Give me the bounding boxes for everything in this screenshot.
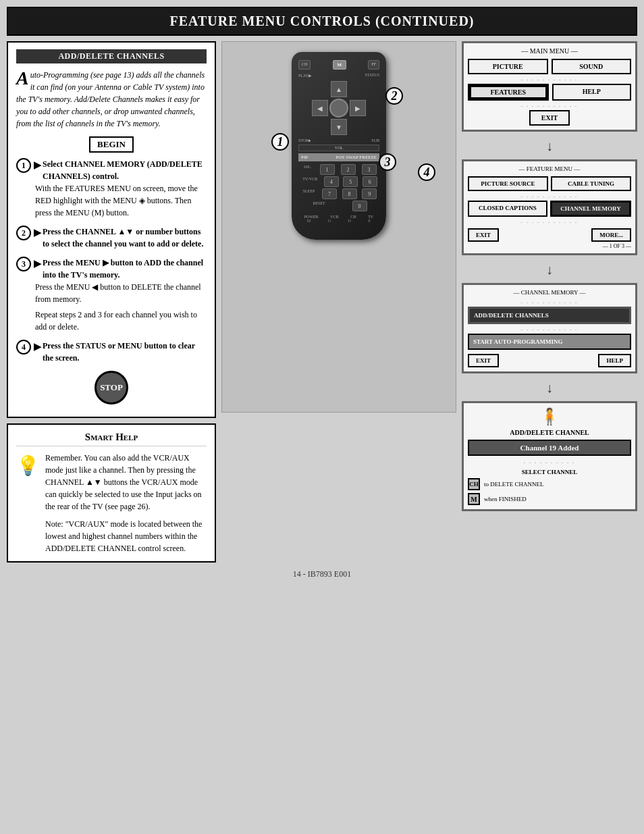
remote-m-label: M — [307, 219, 311, 223]
remote-nav-right[interactable]: ▶ — [350, 100, 366, 116]
main-menu-mid-row: FEATURES HELP — [468, 84, 631, 101]
btn-closed-captions[interactable]: CLOSED CAPTIONS — [468, 201, 547, 217]
remote-e-label: E — [369, 219, 371, 223]
step-3-body: Press the MENU ◀ button to DELETE the ch… — [35, 281, 207, 333]
icon-ch: CH — [468, 478, 480, 490]
step-1: 1 ▶ Select CHANNEL MEMORY (ADD/DELETE CH… — [16, 158, 207, 219]
arrow-2: ↓ — [462, 262, 637, 278]
btn-add-delete-highlighted[interactable]: ADD/DELETE CHANNELS — [468, 307, 631, 324]
cm-bottom-btns: EXIT HELP — [468, 354, 631, 367]
page-title-text: Feature Menu Controls (Continued) — [170, 14, 475, 28]
main-content: ADD/DELETE CHANNELS A uto-Programming (s… — [7, 41, 637, 563]
cm-dots2: · · · · · · · · · · · — [468, 327, 631, 333]
select-channel-label: SELECT CHANNEL — [468, 469, 631, 475]
feature-menu-dots2: · · · · · · · · · · · — [468, 219, 631, 226]
remote-btn-3[interactable]: 3 — [362, 164, 377, 175]
remote-btn-6[interactable]: 6 — [363, 176, 377, 187]
page-wrapper: Feature Menu Controls (Continued) ADD/DE… — [0, 0, 644, 834]
remote-top-left-btns: CH — [298, 60, 311, 70]
step-4-arrow: ▶ — [34, 340, 41, 354]
remote-sleep: SLEEP — [301, 188, 317, 199]
step-1-bold: Select CHANNEL MEMORY (ADD/DELETE CHANNE… — [43, 158, 207, 182]
arrow-1: ↓ — [462, 138, 637, 154]
remote-pip-row: PIP POS SWAP FREEZE — [298, 153, 379, 161]
remote-btn-2[interactable]: 2 — [341, 164, 356, 175]
remote-pip-controls: POS SWAP FREEZE — [336, 155, 377, 160]
remote-nav-left[interactable]: ◀ — [312, 100, 328, 116]
add-delete-title: ADD/DELETE CHANNEL — [468, 429, 631, 436]
remote-numpad: 100.. 1 2 3 TV/VCR 4 5 6 — [298, 164, 379, 211]
channel-memory-screen: — CHANNEL MEMORY — · · · · · · · · · · ·… — [462, 283, 637, 373]
btn-picture[interactable]: PICTURE — [468, 59, 548, 74]
page-title: Feature Menu Controls (Continued) — [7, 7, 637, 36]
page-indicator: — 1 OF 3 — — [468, 243, 631, 249]
btn-exit-cm[interactable]: EXIT — [468, 354, 499, 367]
step-3: 3 ▶ Press the MENU ▶ button to ADD the c… — [16, 257, 207, 333]
remote-btn-4[interactable]: 4 — [324, 176, 339, 187]
main-menu-screen: — MAIN MENU — PICTURE SOUND · · · · · · … — [462, 41, 637, 132]
remote-vcr: VCR — [330, 215, 338, 219]
btn-cable-tuning[interactable]: CABLE TUNING — [551, 176, 631, 191]
remote-sub-label: SUB — [371, 138, 379, 142]
remote-100: 100.. — [302, 164, 314, 175]
step-4-bold: Press the STATUS or MENU button to clear… — [43, 340, 207, 364]
remote-btn-8[interactable]: 8 — [342, 188, 357, 199]
smart-help-title: Smart Help — [16, 432, 207, 446]
btn-help-cm[interactable]: HELP — [598, 354, 631, 367]
remote-btn-7[interactable]: 7 — [322, 188, 337, 199]
step-3-arrow: ▶ — [34, 257, 41, 271]
delete-label: to DELETE CHANNEL — [484, 481, 543, 488]
arrow-3: ↓ — [462, 380, 637, 396]
step-1-num: 1 — [16, 158, 31, 173]
cm-dots1: · · · · · · · · · · · — [468, 300, 631, 306]
remote-btn-9[interactable]: 9 — [362, 188, 377, 199]
btn-start-auto[interactable]: START AUTO-PROGRAMMING — [468, 334, 631, 350]
smart-help-note: Note: "VCR/AUX" mode is located between … — [45, 518, 207, 554]
step-4-num: 4 — [16, 340, 31, 355]
remote-play-label: PLAY▶ — [298, 73, 312, 78]
remote-stop-label: STOP■ — [298, 138, 311, 142]
remote-nav-up[interactable]: ▲ — [331, 81, 347, 97]
bulb-icon: 💡 — [16, 452, 40, 480]
btn-help[interactable]: HELP — [552, 84, 632, 101]
remote-top-right-btns: FF — [368, 60, 379, 70]
remote-btn-1[interactable]: 1 — [320, 164, 335, 175]
remote-btn-0[interactable]: 0 — [352, 201, 367, 211]
btn-features-highlighted[interactable]: FEATURES — [468, 84, 549, 101]
dropcap: A — [16, 69, 29, 88]
remote-status-label: STATUS — [365, 73, 379, 78]
intro-body: uto-Programming (see page 13) adds all t… — [16, 70, 205, 128]
stop-badge: STOP — [95, 371, 128, 405]
remote-o-label: O — [328, 219, 331, 223]
main-menu-dots1: · · · · · · · · · · · — [468, 77, 631, 83]
smart-help-content: 💡 Remember. You can also add the VCR/AUX… — [16, 452, 207, 554]
label-1: 1 — [271, 133, 289, 151]
step-1-body-text: With the FEATURES MENU on screen, move t… — [35, 182, 207, 219]
remote-btn-5[interactable]: 5 — [343, 176, 358, 187]
btn-channel-memory-highlighted[interactable]: CHANNEL MEMORY — [550, 201, 631, 217]
btn-sound[interactable]: SOUND — [552, 59, 632, 74]
remote-mode-label: M O D E — [298, 219, 379, 223]
feature-menu-screen: — FEATURE MENU — PICTURE SOURCE CABLE TU… — [462, 159, 637, 255]
smart-help-text: Remember. You can also add the VCR/AUX m… — [45, 452, 207, 554]
step-4: 4 ▶ Press the STATUS or MENU button to c… — [16, 340, 207, 364]
feature-menu-dots1: · · · · · · · · · · · — [468, 194, 631, 200]
remote-m-btn: M — [333, 60, 347, 70]
add-delete-result-screen: 🧍 ADD/DELETE CHANNEL Channel 19 Added · … — [462, 401, 637, 511]
remote-area: 4 1 2 3 CH M — [221, 41, 456, 413]
label-2: 2 — [385, 87, 403, 105]
remote-nav-center — [329, 99, 348, 118]
icon-m: M — [468, 493, 480, 505]
btn-more[interactable]: MORE... — [591, 228, 631, 242]
feature-menu-bottom: EXIT MORE... — [468, 228, 631, 242]
btn-exit-main[interactable]: EXIT — [529, 110, 570, 126]
channel-added-badge: Channel 19 Added — [468, 440, 631, 456]
person-figure: 🧍 — [468, 407, 631, 426]
remote-pip-label: PIP — [301, 155, 308, 160]
right-column: 4 1 2 3 CH M — [221, 41, 637, 513]
smart-help-box: Smart Help 💡 Remember. You can also add … — [7, 423, 216, 563]
remote-nav-down[interactable]: ▼ — [331, 119, 347, 135]
btn-exit-feature[interactable]: EXIT — [468, 228, 499, 242]
step-2: 2 ▶ Press the CHANNEL ▲▼ or number butto… — [16, 226, 207, 250]
btn-picture-source[interactable]: PICTURE SOURCE — [468, 176, 548, 191]
